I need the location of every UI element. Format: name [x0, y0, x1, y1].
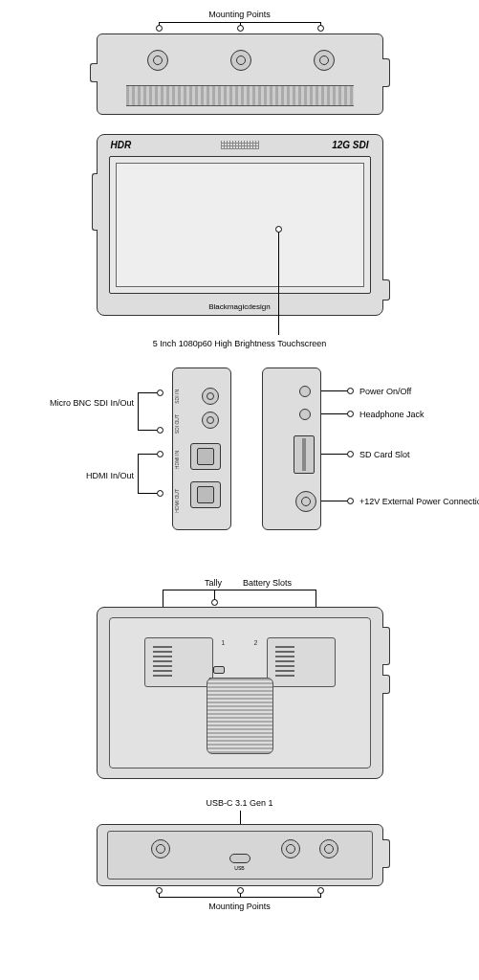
sd-label: SD Card Slot	[359, 450, 410, 459]
tally-light	[213, 666, 225, 674]
port-label: HDMI OUT	[174, 489, 180, 513]
sdi-badge: 12G SDI	[332, 140, 368, 150]
dc-label: +12V External Power Connection	[359, 497, 465, 506]
device-left-side: SDI IN SDI OUT HDMI IN HDMI OUT	[172, 368, 231, 530]
hdmi-out-port[interactable]	[190, 481, 221, 508]
headphone-jack[interactable]	[299, 409, 311, 420]
sdi-in-port[interactable]	[202, 388, 219, 405]
device-bottom-body: USB	[97, 824, 383, 886]
sd-card-slot[interactable]	[294, 435, 315, 474]
bottom-view: USB-C 3.1 Gen 1 USB Mounting Points	[19, 798, 460, 911]
headphone-label: Headphone Jack	[359, 410, 425, 419]
device-front-body: HDR 12G SDI Blackmagicdesign	[97, 134, 383, 316]
hdr-badge: HDR	[111, 140, 132, 150]
touchscreen[interactable]	[116, 163, 364, 287]
power-label: Power On/Off	[359, 387, 411, 396]
device-right-side	[262, 368, 321, 530]
mount-hole	[147, 50, 168, 71]
mounting-bracket-top	[159, 22, 321, 30]
rear-view: Tally Battery Slots 1 2 Blackmagicdesign	[19, 578, 460, 779]
port-label: SDI IN	[174, 390, 180, 404]
ventilation-grille	[207, 678, 273, 754]
mount-hole	[314, 50, 335, 71]
battery-label: Battery Slots	[243, 578, 292, 588]
usb-label: USB-C 3.1 Gen 1	[19, 798, 460, 808]
mount-hole	[151, 839, 170, 858]
sdi-label: Micro BNC SDI In/Out	[19, 398, 134, 408]
slot-number: 1	[219, 639, 229, 646]
top-view: Mounting Points	[19, 10, 460, 115]
usb-c-port[interactable]	[229, 854, 250, 863]
mounting-points-label-top: Mounting Points	[19, 10, 460, 19]
hdmi-bracket	[138, 454, 161, 494]
screen-bezel	[109, 156, 371, 294]
front-view: HDR 12G SDI Blackmagicdesign 5 Inch 1080…	[19, 134, 460, 348]
slot-number: 2	[251, 639, 261, 646]
power-button[interactable]	[299, 386, 311, 397]
mount-hole	[319, 839, 338, 858]
mount-hole	[281, 839, 300, 858]
device-top-body	[97, 33, 383, 115]
mount-hole	[230, 50, 251, 71]
sdi-bracket	[138, 392, 161, 431]
port-label: HDMI IN	[174, 451, 180, 469]
tally-label: Tally	[205, 578, 222, 588]
mounting-points-label-bottom: Mounting Points	[19, 902, 460, 911]
port-label: USB	[234, 865, 244, 871]
dc-power-port[interactable]	[295, 491, 316, 512]
brand-label: Blackmagicdesign	[98, 302, 382, 311]
hdmi-in-port[interactable]	[190, 443, 221, 470]
touchscreen-caption: 5 Inch 1080p60 High Brightness Touchscre…	[19, 339, 460, 348]
speaker-grille	[221, 141, 259, 149]
sdi-out-port[interactable]	[202, 412, 219, 429]
port-label: SDI OUT	[174, 414, 180, 434]
hdmi-label: HDMI In/Out	[19, 471, 134, 480]
side-views: SDI IN SDI OUT HDMI IN HDMI OUT Micro BN…	[19, 368, 460, 559]
device-rear-body: 1 2 Blackmagicdesign	[97, 607, 383, 779]
mounting-bracket-bottom	[159, 890, 321, 898]
